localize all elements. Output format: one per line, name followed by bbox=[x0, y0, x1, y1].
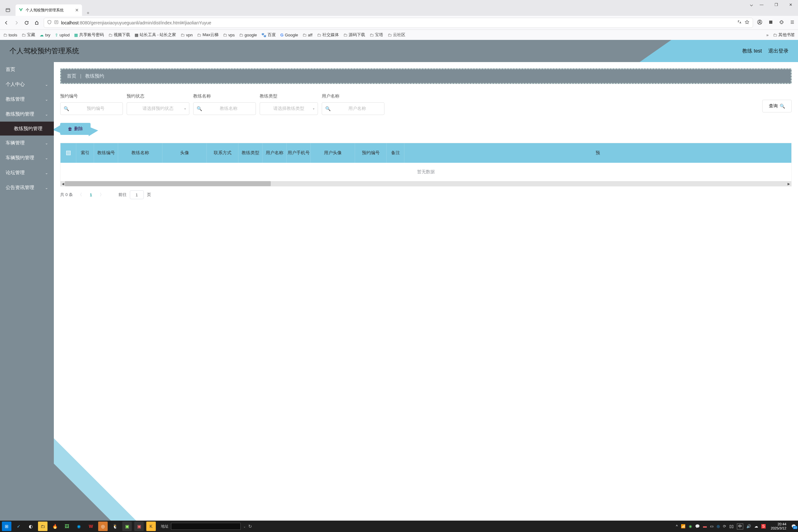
tabs-dropdown-icon[interactable] bbox=[749, 3, 754, 8]
bookmarks-bar: 🗀tools 🗀宝藏 ☁txy ⇧uplod ▦共享账号密码 🗀视频下载 ▩站长… bbox=[0, 30, 798, 40]
bookmark-item[interactable]: 🗀宝藏 bbox=[21, 32, 35, 38]
svg-rect-0 bbox=[6, 8, 10, 12]
bookmark-item[interactable]: ⇧uplod bbox=[55, 33, 70, 37]
folder-icon: 🗀 bbox=[239, 33, 243, 37]
shield-icon[interactable] bbox=[47, 20, 52, 25]
bookmark-item[interactable]: ▦共享账号密码 bbox=[74, 32, 104, 38]
bookmark-item[interactable]: 🗀aff bbox=[302, 33, 312, 37]
sheet-icon: ▦ bbox=[74, 33, 78, 37]
new-tab-button[interactable]: ＋ bbox=[82, 10, 91, 16]
folder-icon: 🗀 bbox=[387, 33, 392, 37]
reload-button[interactable] bbox=[23, 20, 30, 25]
folder-icon: 🗀 bbox=[21, 33, 26, 37]
menu-icon[interactable] bbox=[790, 20, 795, 26]
bookmark-item[interactable]: 🗀源码下载 bbox=[343, 32, 365, 38]
tab-title: 个人驾校预约管理系统 bbox=[26, 7, 73, 13]
url-bar[interactable]: localhost:8080/gerenjiaxiaoyuyueguanli/a… bbox=[44, 18, 753, 28]
folder-icon: 🗀 bbox=[223, 33, 227, 37]
folder-icon: 🗀 bbox=[197, 33, 201, 37]
svg-rect-4 bbox=[769, 21, 772, 24]
minimize-button[interactable]: — bbox=[754, 0, 769, 10]
folder-icon: 🗀 bbox=[369, 33, 374, 37]
recent-tabs-icon[interactable] bbox=[2, 4, 14, 16]
browser-tab[interactable]: 个人驾校预约管理系统 ✕ bbox=[16, 4, 82, 16]
browser-actions bbox=[757, 19, 795, 26]
close-window-button[interactable]: ✕ bbox=[783, 0, 798, 10]
bookmark-item[interactable]: 🗀宝塔 bbox=[369, 32, 383, 38]
home-button[interactable] bbox=[34, 20, 40, 25]
folder-icon: 🗀 bbox=[343, 33, 347, 37]
bookmark-item[interactable]: 🗀云社区 bbox=[387, 32, 405, 38]
folder-icon: 🗀 bbox=[302, 33, 306, 37]
baidu-icon: 🐾 bbox=[261, 33, 266, 37]
bookmark-item[interactable]: 🗀视频下载 bbox=[108, 32, 130, 38]
bookmark-item[interactable]: 🗀Max云梯 bbox=[197, 32, 218, 38]
page-info-icon[interactable] bbox=[54, 20, 59, 25]
bookmark-item[interactable]: 🗀tools bbox=[3, 33, 17, 37]
folder-icon: 🗀 bbox=[180, 33, 185, 37]
upload-icon: ⇧ bbox=[55, 33, 58, 37]
cloud-icon: ☁ bbox=[40, 33, 44, 37]
browser-tab-strip: 个人驾校预约管理系统 ✕ ＋ — ❐ ✕ bbox=[0, 0, 798, 16]
bookmark-item[interactable]: 🗀社交媒体 bbox=[317, 32, 339, 38]
close-tab-icon[interactable]: ✕ bbox=[75, 7, 79, 13]
vue-favicon-icon bbox=[19, 7, 23, 13]
bookmark-item[interactable]: 🗀vps bbox=[223, 33, 235, 37]
account-icon[interactable] bbox=[757, 19, 762, 26]
bookmark-item[interactable]: 🐾百度 bbox=[261, 32, 276, 38]
site-icon: ▩ bbox=[135, 33, 138, 37]
maximize-button[interactable]: ❐ bbox=[769, 0, 783, 10]
bookmark-item[interactable]: ▩站长工具 - 站长之家 bbox=[135, 32, 176, 38]
other-bookmarks[interactable]: 🗀其他书签 bbox=[773, 32, 795, 38]
bookmark-star-icon[interactable] bbox=[744, 20, 749, 26]
back-button[interactable] bbox=[3, 20, 10, 25]
translate-icon[interactable] bbox=[737, 20, 742, 26]
svg-point-3 bbox=[759, 21, 761, 22]
folder-icon: 🗀 bbox=[317, 33, 321, 37]
forward-button[interactable] bbox=[13, 20, 20, 25]
extension-icon[interactable] bbox=[768, 20, 773, 26]
url-text: localhost:8080/gerenjiaxiaoyuyueguanli/a… bbox=[61, 20, 211, 25]
window-controls: — ❐ ✕ bbox=[754, 0, 798, 10]
folder-icon: 🗀 bbox=[3, 33, 7, 37]
bookmark-item[interactable]: GGoogle bbox=[280, 33, 298, 37]
bookmark-item[interactable]: ☁txy bbox=[40, 33, 50, 37]
bookmark-item[interactable]: 🗀google bbox=[239, 33, 257, 37]
browser-nav-bar: localhost:8080/gerenjiaxiaoyuyueguanli/a… bbox=[0, 16, 798, 30]
extensions-icon[interactable] bbox=[779, 20, 784, 26]
google-icon: G bbox=[280, 33, 283, 37]
folder-icon: 🗀 bbox=[108, 33, 112, 37]
bookmark-item[interactable]: 🗀vpn bbox=[180, 33, 192, 37]
folder-icon: 🗀 bbox=[773, 33, 777, 37]
bookmark-overflow-icon[interactable]: » bbox=[766, 33, 768, 37]
